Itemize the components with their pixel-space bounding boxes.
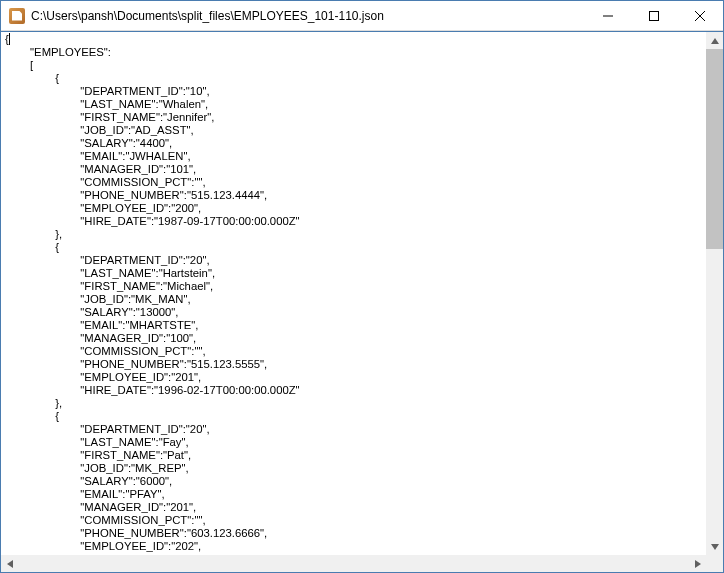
minimize-icon: [603, 11, 613, 21]
horizontal-scrollbar[interactable]: [1, 555, 706, 572]
window-title: C:\Users\pansh\Documents\split_files\EMP…: [31, 9, 585, 23]
svg-marker-4: [711, 38, 719, 44]
client-area: { "EMPLOYEES": [ { "DEPARTMENT_ID":"10",…: [1, 31, 723, 572]
minimize-button[interactable]: [585, 1, 631, 30]
chevron-left-icon: [7, 560, 13, 568]
svg-marker-6: [7, 560, 13, 568]
svg-rect-1: [650, 11, 659, 20]
scroll-corner: [706, 555, 723, 572]
maximize-icon: [649, 11, 659, 21]
chevron-up-icon: [711, 38, 719, 44]
scroll-right-button[interactable]: [689, 555, 706, 572]
scroll-left-button[interactable]: [1, 555, 18, 572]
scroll-down-button[interactable]: [706, 538, 723, 555]
vertical-scroll-thumb[interactable]: [706, 49, 723, 249]
chevron-down-icon: [711, 544, 719, 550]
maximize-button[interactable]: [631, 1, 677, 30]
chevron-right-icon: [695, 560, 701, 568]
close-icon: [695, 11, 705, 21]
titlebar[interactable]: C:\Users\pansh\Documents\split_files\EMP…: [1, 1, 723, 31]
scroll-up-button[interactable]: [706, 32, 723, 49]
close-button[interactable]: [677, 1, 723, 30]
text-editor[interactable]: { "EMPLOYEES": [ { "DEPARTMENT_ID":"10",…: [1, 32, 706, 555]
window-controls: [585, 1, 723, 30]
app-window: C:\Users\pansh\Documents\split_files\EMP…: [0, 0, 724, 573]
svg-marker-5: [711, 544, 719, 550]
svg-marker-7: [695, 560, 701, 568]
vertical-scrollbar[interactable]: [706, 32, 723, 555]
app-icon: [9, 8, 25, 24]
